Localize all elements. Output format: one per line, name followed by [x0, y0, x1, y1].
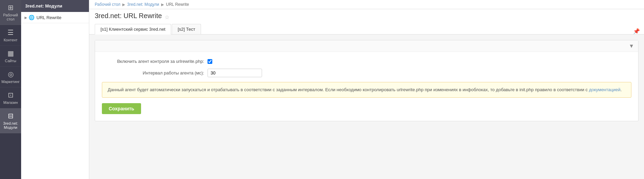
panel-header: ▼: [95, 40, 638, 52]
arrow-icon: ▶: [25, 16, 27, 19]
info-link[interactable]: документацией: [589, 87, 620, 92]
sidebar-item-content[interactable]: ☰ Контент: [0, 25, 21, 46]
marketing-icon: ◎: [8, 70, 14, 78]
page-title-row: 3red.net: URL Rewrite ☆: [95, 12, 639, 23]
content-icon: ☰: [7, 28, 14, 37]
module-sidebar: 3red.net: Модули ▶ 🌐 URL Rewrite: [21, 0, 89, 179]
breadcrumb-desktop[interactable]: Рабочий стол: [95, 2, 120, 7]
page-header: 3red.net: URL Rewrite ☆ [s1] Клиентский …: [89, 9, 644, 35]
breadcrumb-current: URL Rewrite: [166, 2, 189, 7]
pin-icon[interactable]: 📌: [633, 28, 640, 35]
info-link-suffix: .: [620, 87, 622, 92]
main-panel: ▼ Включить агент контроля за urlrewrite.…: [95, 40, 639, 121]
sidebar-item-desktop[interactable]: ⊞ Рабочий стол: [0, 0, 21, 25]
breadcrumb-sep-1: ▶: [122, 2, 125, 7]
module-sidebar-item-urlrewrite[interactable]: ▶ 🌐 URL Rewrite: [21, 12, 89, 23]
favorite-star-icon[interactable]: ☆: [165, 14, 169, 20]
interval-input[interactable]: [208, 69, 262, 77]
breadcrumb: Рабочий стол ▶ 3red.net: Модули ▶ URL Re…: [89, 0, 644, 9]
desktop-icon: ⊞: [8, 3, 14, 12]
breadcrumb-sep-2: ▶: [161, 2, 164, 7]
sidebar-item-sites[interactable]: ▦ Сайты: [0, 46, 21, 67]
sidebar-item-shop[interactable]: ⊡ Магазин: [0, 87, 21, 108]
agent-checkbox-row: Включить агент контроля за urlrewrite.ph…: [102, 59, 631, 64]
info-text: Данный агент будет автоматически запуска…: [108, 87, 589, 92]
collapse-icon[interactable]: ▼: [629, 43, 634, 49]
tabs-container: [s1] Клиентский сервис 3red.net [s2] Тес…: [95, 24, 639, 34]
sidebar-item-label: 3red.net: Модули: [1, 121, 20, 129]
breadcrumb-modules[interactable]: 3red.net: Модули: [127, 2, 159, 7]
sidebar-item-label: Маркетинг: [1, 80, 19, 84]
sidebar: ⊞ Рабочий стол ☰ Контент ▦ Сайты ◎ Марке…: [0, 0, 21, 179]
agent-checkbox[interactable]: [208, 59, 212, 64]
globe-icon: 🌐: [29, 15, 34, 20]
shop-icon: ⊡: [8, 91, 14, 99]
main-content: Рабочий стол ▶ 3red.net: Модули ▶ URL Re…: [89, 0, 644, 179]
sidebar-item-label: Сайты: [5, 59, 16, 63]
sidebar-item-label: Контент: [4, 38, 18, 42]
sidebar-item-label: Магазин: [3, 100, 18, 105]
interval-row: Интервал работы агента (мс):: [102, 69, 631, 77]
tab-s1[interactable]: [s1] Клиентский сервис 3red.net: [95, 24, 171, 35]
sites-icon: ▦: [7, 49, 14, 57]
info-box: Данный агент будет автоматически запуска…: [102, 82, 631, 98]
sidebar-item-marketing[interactable]: ◎ Маркетинг: [0, 67, 21, 87]
agent-checkbox-label: Включить агент контроля за urlrewrite.ph…: [102, 59, 204, 64]
page-title: 3red.net: URL Rewrite: [95, 12, 162, 20]
interval-label: Интервал работы агента (мс):: [102, 70, 204, 75]
module-sidebar-title: 3red.net: Модули: [21, 0, 89, 12]
tab-s2[interactable]: [s2] Тест: [172, 24, 201, 34]
modules-icon: ⊟: [8, 112, 14, 120]
save-button[interactable]: Сохранить: [102, 103, 141, 114]
panel-body: Включить агент контроля за urlrewrite.ph…: [95, 52, 638, 121]
module-sidebar-item-label: URL Rewrite: [36, 15, 61, 20]
sidebar-item-modules[interactable]: ⊟ 3red.net: Модули: [0, 108, 21, 133]
sidebar-item-label: Рабочий стол: [1, 13, 20, 21]
content-area: ▼ Включить агент контроля за urlrewrite.…: [89, 35, 644, 179]
